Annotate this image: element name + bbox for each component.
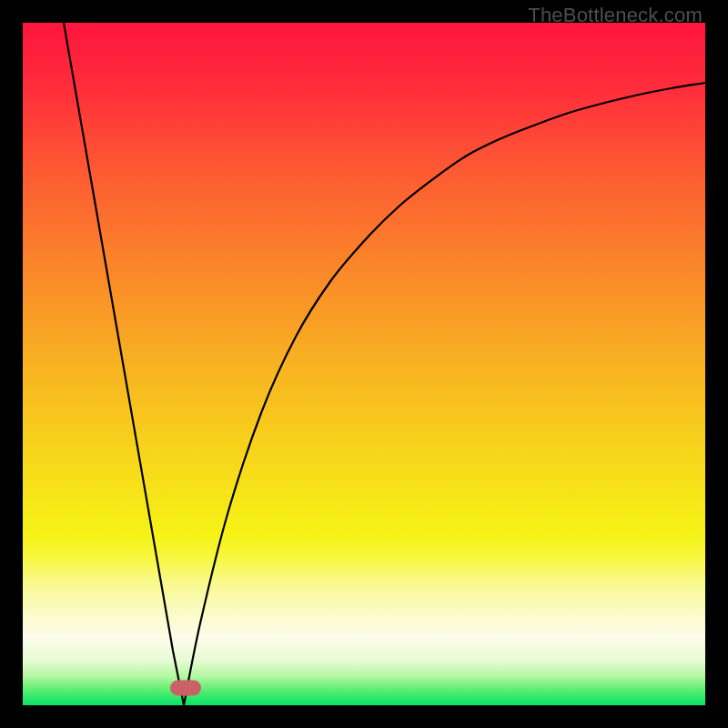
plot-frame bbox=[23, 23, 705, 705]
gradient-background bbox=[23, 23, 705, 705]
watermark-text: TheBottleneck.com bbox=[528, 4, 703, 27]
optimal-marker bbox=[170, 681, 201, 696]
chart-svg bbox=[23, 23, 705, 705]
